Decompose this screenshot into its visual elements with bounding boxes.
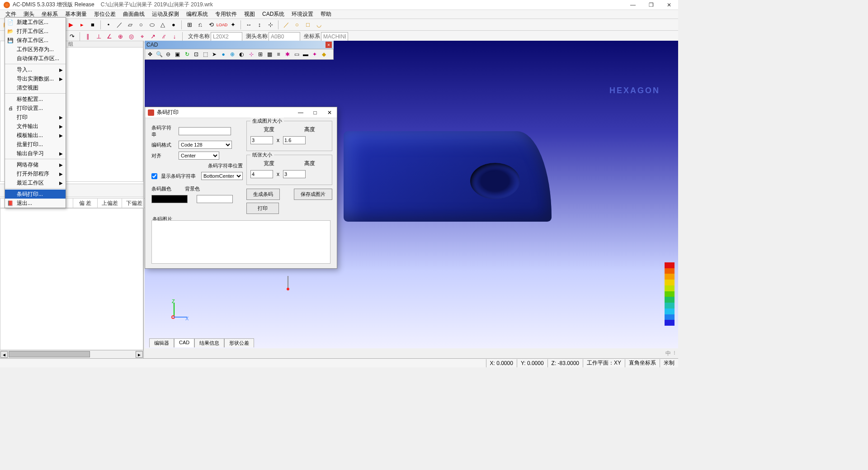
file-menu-item-12[interactable]: 打印▶ (5, 113, 66, 122)
cad-t3-icon[interactable]: ▦ (265, 50, 274, 58)
menu-6[interactable]: 运动及探测 (148, 9, 183, 19)
cad-model[interactable] (344, 131, 552, 222)
tb-point-icon[interactable]: • (104, 20, 113, 30)
file-menu-item-11[interactable]: 🖨打印设置... (5, 104, 66, 113)
h-scrollbar[interactable]: ◂ ▸ (0, 350, 143, 358)
tb-tol3-icon[interactable]: ∠ (104, 32, 114, 42)
tb-misc2-icon[interactable]: ⎌ (195, 20, 205, 30)
cad-t7-icon[interactable]: ▬ (302, 50, 310, 58)
bottom-tab-1[interactable]: CAD (174, 338, 194, 347)
tb-shape2-icon[interactable]: ○ (292, 20, 302, 30)
fg-color-box[interactable] (151, 195, 188, 203)
cad-t4-icon[interactable]: ≡ (274, 50, 283, 58)
cad-reset-icon[interactable]: ↻ (183, 50, 191, 58)
cad-t8-icon[interactable]: ✦ (311, 50, 319, 58)
col-header-4[interactable]: 上偏差 (98, 198, 122, 208)
generate-button[interactable]: 生成条码 (246, 189, 280, 200)
cad-wire-icon[interactable]: ⊕ (228, 50, 236, 58)
file-menu-item-3[interactable]: 工作区另存为... (5, 45, 66, 54)
file-menu-item-4[interactable]: 自动保存工作区... (5, 54, 66, 63)
tb-tol2-icon[interactable]: ⊥ (94, 32, 104, 42)
file-menu-item-18[interactable]: 网络存储▶ (5, 160, 66, 169)
file-menu-item-13[interactable]: 文件输出▶ (5, 122, 66, 131)
scroll-left-icon[interactable]: ◂ (0, 351, 8, 358)
cad-zoomout-icon[interactable]: ⊖ (164, 50, 172, 58)
col-header-3[interactable]: 偏 差 (73, 198, 98, 208)
tb-tol6-icon[interactable]: ⌖ (137, 32, 147, 42)
menu-11[interactable]: 环境设置 (288, 9, 317, 19)
img-height-input[interactable] (283, 136, 306, 144)
cad-t6-icon[interactable]: ▭ (292, 50, 301, 58)
tb-load-icon[interactable]: LOAD (217, 20, 227, 30)
cad-shade-icon[interactable]: ● (219, 50, 227, 58)
file-name-field[interactable] (211, 32, 242, 41)
tb-misc3-icon[interactable]: ⟲ (206, 20, 216, 30)
file-menu-item-19[interactable]: 打开外部程序▶ (5, 169, 66, 178)
tb-align1-icon[interactable]: ↔ (244, 20, 254, 30)
menu-8[interactable]: 专用软件 (212, 9, 241, 19)
paper-height-input[interactable] (283, 170, 306, 178)
cad-sel-icon[interactable]: ⬚ (201, 50, 209, 58)
tb-run-icon[interactable]: ▶ (66, 20, 76, 30)
menu-10[interactable]: CAD系统 (259, 9, 288, 19)
file-menu-item-10[interactable]: 标签配置... (5, 95, 66, 104)
file-menu-item-20[interactable]: 最近工作区▶ (5, 178, 66, 187)
tb-misc4-icon[interactable]: ✦ (228, 20, 238, 30)
tb-tol8-icon[interactable]: ⫽ (159, 32, 169, 42)
file-menu-item-2[interactable]: 💾保存工作区... (5, 36, 66, 45)
minimize-button[interactable]: — (624, 0, 642, 10)
file-menu-item-14[interactable]: 模板输出...▶ (5, 131, 66, 140)
tb-shape4-icon[interactable]: ◡ (314, 20, 324, 30)
scroll-thumb[interactable] (9, 351, 90, 357)
dialog-title-bar[interactable]: 条码打印 — □ ✕ (145, 107, 337, 118)
img-width-input[interactable] (250, 136, 273, 144)
print-button[interactable]: 打印 (246, 203, 279, 214)
crd-field[interactable] (321, 32, 348, 41)
save-image-button[interactable]: 保存成图片 (294, 189, 332, 200)
show-string-checkbox[interactable] (151, 173, 157, 179)
tb-plane-icon[interactable]: ▱ (125, 20, 135, 30)
pos-select[interactable]: BottomCenter (201, 172, 243, 180)
ime-lang[interactable]: 中 (665, 350, 671, 357)
tb-step-icon[interactable]: ▸ (77, 20, 87, 30)
bottom-tab-2[interactable]: 结果信息 (194, 338, 224, 347)
dialog-maximize-button[interactable]: □ (311, 109, 320, 116)
cad-t5-icon[interactable]: ✱ (283, 50, 292, 58)
cad-close-icon[interactable]: × (326, 42, 332, 48)
cad-hidden-icon[interactable]: ◐ (237, 50, 245, 58)
menu-7[interactable]: 编程系统 (183, 9, 212, 19)
tb-crd-icon[interactable]: ⊹ (265, 20, 275, 30)
cad-fly-icon[interactable]: ➤ (210, 50, 218, 58)
file-menu-item-22[interactable]: 条码打印... (5, 190, 66, 199)
tb-cylinder-icon[interactable]: ⬭ (147, 20, 157, 30)
tb-align2-icon[interactable]: ↕ (255, 20, 264, 30)
file-menu-item-6[interactable]: 导入...▶ (5, 65, 66, 74)
bg-color-box[interactable] (197, 195, 233, 203)
cad-panel-title-bar[interactable]: CAD × (145, 41, 334, 49)
tb-redo2-icon[interactable]: ↷ (67, 32, 77, 42)
file-menu-item-16[interactable]: 输出自学习▶ (5, 149, 66, 158)
file-menu-item-23[interactable]: 📕退出... (5, 199, 66, 208)
cad-t1-icon[interactable]: ⊹ (247, 50, 255, 58)
probe-name-field[interactable] (269, 32, 300, 41)
menu-12[interactable]: 帮助 (317, 9, 335, 19)
tb-cone-icon[interactable]: △ (158, 20, 168, 30)
barcode-string-input[interactable] (179, 127, 231, 135)
paper-width-input[interactable] (250, 170, 273, 178)
tb-tol1-icon[interactable]: ∥ (83, 32, 93, 42)
cad-iso-icon[interactable]: ▣ (173, 50, 181, 58)
tb-circle-icon[interactable]: ○ (136, 20, 146, 30)
file-menu-item-15[interactable]: 批量打印... (5, 140, 66, 149)
tb-misc1-icon[interactable]: ⊞ (184, 20, 194, 30)
menu-5[interactable]: 曲面曲线 (119, 9, 148, 19)
tb-line-icon[interactable]: ／ (114, 20, 124, 30)
close-button[interactable]: ✕ (660, 0, 678, 10)
cad-t9-icon[interactable]: ◆ (320, 50, 328, 58)
col-header-5[interactable]: 下偏差 (122, 198, 146, 208)
file-menu-item-1[interactable]: 📂打开工作区... (5, 27, 66, 36)
menu-4[interactable]: 形位公差 (90, 9, 119, 19)
align-select[interactable]: Center (179, 152, 219, 160)
scroll-right-icon[interactable]: ▸ (136, 351, 143, 358)
file-menu-item-8[interactable]: 清空视图 (5, 83, 66, 92)
tb-tol7-icon[interactable]: ↗ (148, 32, 158, 42)
